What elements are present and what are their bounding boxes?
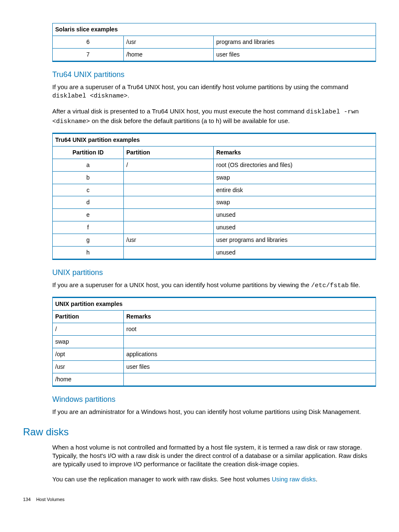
table-row: eunused — [53, 209, 376, 221]
page-footer: 134 Host Volumes — [23, 496, 376, 503]
tru64-table: Tru64 UNIX partition examples Partition … — [52, 133, 376, 260]
tru64-table-title: Tru64 UNIX partition examples — [53, 133, 376, 146]
col-partition: Partition — [124, 146, 214, 159]
rawdisks-para1: When a host volume is not controlled and… — [52, 443, 376, 469]
table-row: swap — [53, 336, 376, 348]
tru64-heading: Tru64 UNIX partitions — [52, 69, 376, 80]
table-row: /root — [53, 323, 376, 336]
footer-section: Host Volumes — [36, 497, 64, 502]
solaris-table: Solaris slice examples 6 /usr programs a… — [52, 23, 376, 62]
table-row: /optapplications — [53, 348, 376, 360]
page-number: 134 — [23, 497, 31, 502]
unix-heading: UNIX partitions — [52, 267, 376, 278]
unix-para: If you are a superuser for a UNIX host, … — [52, 281, 376, 290]
table-row: centire disk — [53, 184, 376, 196]
unix-table: UNIX partition examples Partition Remark… — [52, 297, 376, 386]
table-row: /home — [53, 373, 376, 386]
solaris-table-title: Solaris slice examples — [53, 23, 376, 36]
tru64-para1: If you are a superuser of a Tru64 UNIX h… — [52, 83, 376, 101]
rawdisks-para2: You can use the replication manager to w… — [52, 475, 376, 483]
unix-table-title: UNIX partition examples — [53, 298, 376, 311]
col-partition: Partition — [53, 311, 124, 323]
tru64-para2: After a virtual disk is presented to a T… — [52, 107, 376, 126]
table-row: bswap — [53, 171, 376, 184]
windows-para: If you are an administrator for a Window… — [52, 408, 376, 416]
table-row: hunused — [53, 246, 376, 259]
col-remarks: Remarks — [124, 311, 376, 323]
rawdisks-heading: Raw disks — [23, 425, 376, 439]
code-disklabel: disklabel <diskname> — [52, 93, 128, 100]
table-row: /usruser files — [53, 360, 376, 373]
col-partition-id: Partition ID — [53, 146, 124, 159]
table-row: g/usruser programs and libraries — [53, 234, 376, 247]
code-fstab: /etc/fstab — [311, 282, 349, 289]
table-row: funused — [53, 221, 376, 234]
table-row: a/root (OS directories and files) — [53, 159, 376, 171]
table-row: 6 /usr programs and libraries — [53, 36, 376, 48]
col-remarks: Remarks — [214, 146, 376, 159]
windows-heading: Windows partitions — [52, 394, 376, 404]
link-using-raw-disks[interactable]: Using raw disks — [272, 475, 316, 483]
table-row: dswap — [53, 196, 376, 209]
table-row: 7 /home user files — [53, 48, 376, 61]
